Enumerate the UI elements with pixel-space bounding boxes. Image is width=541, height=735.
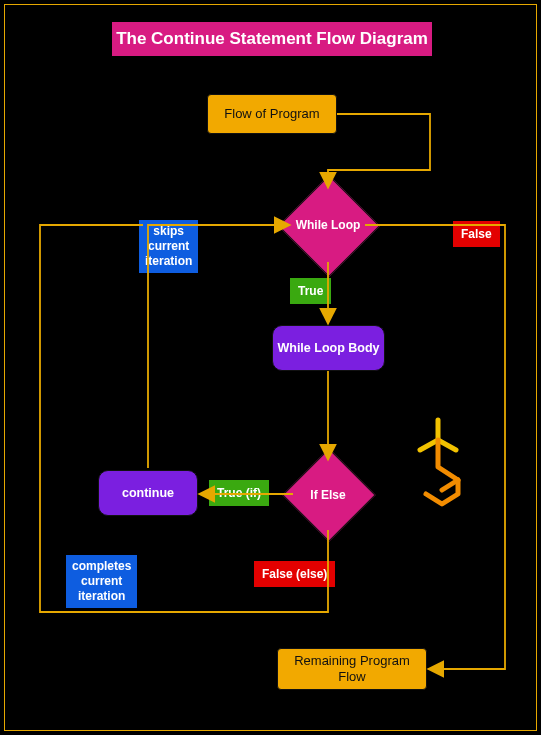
node-continue: continue — [98, 470, 198, 516]
annotation-skips: skips current iteration — [139, 220, 198, 273]
node-remaining-flow: Remaining Program Flow — [277, 648, 427, 690]
logo-icon — [398, 412, 478, 512]
node-if-else-label: If Else — [283, 488, 373, 502]
edge-label-true-if: True (if) — [209, 480, 269, 506]
node-while-loop-body: While Loop Body — [272, 325, 385, 371]
node-flow-of-program: Flow of Program — [207, 94, 337, 134]
edge-label-true: True — [290, 278, 331, 304]
edge-label-false: False — [453, 221, 500, 247]
diagram-title: The Continue Statement Flow Diagram — [112, 22, 432, 56]
annotation-completes: completes current iteration — [66, 555, 137, 608]
edge-label-false-else: False (else) — [254, 561, 335, 587]
node-while-loop-label: While Loop — [283, 218, 373, 232]
